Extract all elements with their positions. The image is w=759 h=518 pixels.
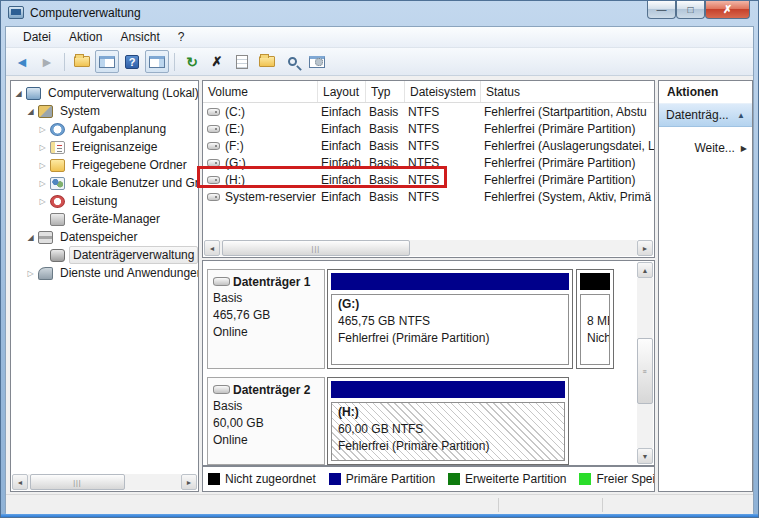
open-folder-icon xyxy=(259,56,275,67)
toolbar-separator xyxy=(174,53,175,71)
console-settings-button[interactable] xyxy=(305,50,329,73)
scroll-down-arrow[interactable]: ▼ xyxy=(637,448,653,464)
maximize-button[interactable]: □ xyxy=(676,0,705,19)
volume-list-horizontal-scrollbar[interactable]: ◄ ||| ► xyxy=(204,240,653,256)
help-button[interactable]: ? xyxy=(120,50,144,73)
open-button[interactable] xyxy=(255,50,279,73)
properties-button[interactable] xyxy=(230,50,254,73)
tree-item-computerverwaltung[interactable]: ◢ Computerverwaltung (Lokal) xyxy=(11,84,198,102)
expander-collapsed-icon[interactable]: ▷ xyxy=(37,161,48,170)
computer-management-window: Computerverwaltung — □ ✗ Datei Aktion An… xyxy=(0,0,759,518)
tree-item-geraete-manager[interactable]: Geräte-Manager xyxy=(11,210,198,228)
volume-row-g[interactable]: (G:) Einfach Basis NTFS Fehlerfrei (Prim… xyxy=(203,154,654,171)
tree-item-datenspeicher[interactable]: ◢ Datenspeicher xyxy=(11,228,198,246)
partition-details: 8 MB xyxy=(587,313,603,330)
computer-icon xyxy=(26,87,41,100)
scrollbar-thumb[interactable]: ||| xyxy=(30,474,125,490)
scroll-left-arrow[interactable]: ◄ xyxy=(204,240,220,256)
expander-collapsed-icon[interactable]: ▷ xyxy=(37,197,48,206)
minimize-button[interactable]: — xyxy=(647,0,676,19)
column-header-dateisystem[interactable]: Dateisystem xyxy=(405,81,481,102)
volume-row-c[interactable]: (C:) Einfach Basis NTFS Fehlerfrei (Star… xyxy=(203,103,654,120)
expander-expanded-icon[interactable]: ◢ xyxy=(25,107,36,116)
disk-row-2: Datenträger 2 Basis 60,00 GB Online (H:)… xyxy=(207,377,619,465)
menubar: Datei Aktion Ansicht ? xyxy=(6,27,753,48)
delete-button[interactable]: ✗ xyxy=(205,50,229,73)
column-header-typ[interactable]: Typ xyxy=(366,81,405,102)
disk-pane-vertical-scrollbar[interactable]: ▲ ≡ ▼ xyxy=(637,262,653,464)
minimize-icon: — xyxy=(657,4,667,15)
console-tree-toggle-button[interactable] xyxy=(95,50,119,73)
folder-arrow-button[interactable] xyxy=(70,50,94,73)
refresh-button[interactable]: ↻ xyxy=(180,50,204,73)
scrollbar-thumb[interactable]: ≡ xyxy=(637,338,653,404)
titlebar[interactable]: Computerverwaltung — □ ✗ xyxy=(1,1,758,26)
action-pane-toggle-button[interactable] xyxy=(145,50,169,73)
column-header-layout[interactable]: Layout xyxy=(318,81,366,102)
scroll-right-arrow[interactable]: ► xyxy=(637,240,653,256)
volume-list-header: Volume Layout Typ Dateisystem Status xyxy=(203,81,654,103)
partition-details: 60,00 GB NTFS xyxy=(338,421,558,438)
question-mark-icon: ? xyxy=(125,55,139,69)
disk-type: Basis xyxy=(213,398,319,415)
column-header-status[interactable]: Status xyxy=(481,81,654,102)
partition-color-band xyxy=(580,273,610,290)
partition-h[interactable]: (H:) 60,00 GB NTFS Fehlerfrei (Primäre P… xyxy=(327,377,569,465)
window-title: Computerverwaltung xyxy=(30,6,141,20)
forward-button[interactable]: ► xyxy=(35,50,59,73)
tree-item-dienste-anwendungen[interactable]: ▷ Dienste und Anwendungen xyxy=(11,264,198,282)
back-button[interactable]: ◄ xyxy=(10,50,34,73)
legend-swatch-green xyxy=(579,473,591,485)
tree-item-leistung[interactable]: ▷ Leistung xyxy=(11,192,198,210)
tree-item-ereignisanzeige[interactable]: ▷ Ereignisanzeige xyxy=(11,138,198,156)
disk-type: Basis xyxy=(213,290,319,307)
scroll-up-arrow[interactable]: ▲ xyxy=(637,262,653,278)
legend-swatch-darkgreen xyxy=(448,473,460,485)
tree-item-datentraegerverwaltung[interactable]: Datenträgerverwaltung xyxy=(11,246,198,264)
menu-datei[interactable]: Datei xyxy=(14,27,60,47)
volume-row-system-reserviert[interactable]: System-reserviert Einfach Basis NTFS Feh… xyxy=(203,188,654,205)
column-header-volume[interactable]: Volume xyxy=(203,81,318,102)
delete-x-icon: ✗ xyxy=(212,54,223,69)
disk-1-label[interactable]: Datenträger 1 Basis 465,76 GB Online xyxy=(207,269,325,369)
actions-pane: Aktionen Datenträg... ▲ Weite... ▶ xyxy=(658,80,753,492)
tree-item-lokale-benutzer[interactable]: ▷ Lokale Benutzer und Gru xyxy=(11,174,198,192)
legend-pane: Nicht zugeordnet Primäre Partition Erwei… xyxy=(202,466,655,492)
expander-collapsed-icon[interactable]: ▷ xyxy=(25,269,36,278)
tree-horizontal-scrollbar[interactable]: ◄ ||| ► xyxy=(12,474,197,490)
tree-item-aufgabenplanung[interactable]: ▷ Aufgabenplanung xyxy=(11,120,198,138)
disk-icon xyxy=(213,385,230,394)
volume-row-f[interactable]: (F:) Einfach Basis NTFS Fehlerfrei (Ausl… xyxy=(203,137,654,154)
window-left-panel-icon xyxy=(99,56,115,68)
expander-collapsed-icon[interactable]: ▷ xyxy=(37,143,48,152)
volume-disk-icon xyxy=(207,125,220,133)
actions-more-item[interactable]: Weite... ▶ xyxy=(659,138,752,158)
expander-expanded-icon[interactable]: ◢ xyxy=(25,233,36,242)
menu-ansicht[interactable]: Ansicht xyxy=(111,27,168,47)
scroll-right-arrow[interactable]: ► xyxy=(181,474,197,490)
app-icon xyxy=(8,6,24,19)
partition-unallocated[interactable]: 8 MB Nicht zugeordnet xyxy=(576,269,614,369)
legend-item-extended-partition: Erweiterte Partition xyxy=(448,472,566,486)
tree-item-freigegebene-ordner[interactable]: ▷ Freigegebene Ordner xyxy=(11,156,198,174)
maximize-icon: □ xyxy=(687,4,693,15)
expander-collapsed-icon[interactable]: ▷ xyxy=(37,179,48,188)
collapse-section-icon[interactable]: ▲ xyxy=(737,111,745,120)
expander-expanded-icon[interactable]: ◢ xyxy=(13,89,24,98)
close-button[interactable]: ✗ xyxy=(705,0,750,19)
volume-row-e[interactable]: (E:) Einfach Basis NTFS Fehlerfrei (Prim… xyxy=(203,120,654,137)
toolbar: ◄ ► ? ↻ ✗ xyxy=(6,48,753,76)
disk-state: Online xyxy=(213,432,319,449)
disk-icon xyxy=(213,277,230,286)
scrollbar-thumb[interactable]: ||| xyxy=(222,240,410,256)
menu-hilfe[interactable]: ? xyxy=(169,27,194,47)
expander-collapsed-icon[interactable]: ▷ xyxy=(37,125,48,134)
disk-2-label[interactable]: Datenträger 2 Basis 60,00 GB Online xyxy=(207,377,325,465)
menu-aktion[interactable]: Aktion xyxy=(60,27,111,47)
actions-section-datentraegerverwaltung[interactable]: Datenträg... ▲ xyxy=(659,103,752,127)
find-button[interactable] xyxy=(280,50,304,73)
scroll-left-arrow[interactable]: ◄ xyxy=(12,474,28,490)
tree-item-system[interactable]: ◢ System xyxy=(11,102,198,120)
partition-g[interactable]: (G:) 465,75 GB NTFS Fehlerfrei (Primäre … xyxy=(327,269,573,369)
volume-row-h[interactable]: (H:) Einfach Basis NTFS Fehlerfrei (Prim… xyxy=(203,171,654,188)
